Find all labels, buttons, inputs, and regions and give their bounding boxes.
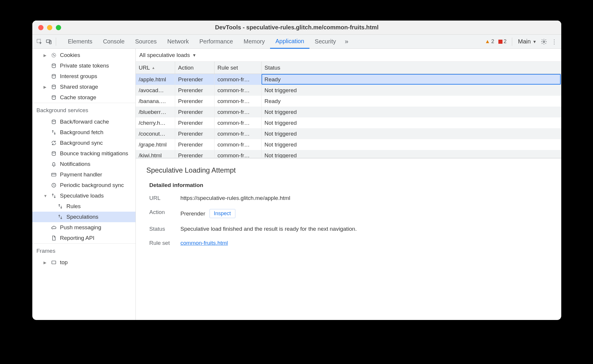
sidebar-item-top[interactable]: ▶top: [32, 257, 135, 268]
sidebar-item-label: Reporting API: [60, 235, 94, 241]
sidebar-item-label: Background sync: [60, 140, 103, 146]
sidebar-item-payment-handler[interactable]: Payment handler: [32, 169, 135, 180]
detail-status-value: Speculative load finished and the result…: [180, 226, 551, 232]
cell-action: Prerender: [175, 128, 215, 139]
svg-rect-13: [52, 173, 56, 176]
column-header-url[interactable]: URL▲: [136, 62, 175, 74]
sort-asc-icon: ▲: [152, 66, 155, 70]
tab-sources[interactable]: Sources: [130, 35, 162, 49]
sync-icon: [51, 140, 57, 146]
sidebar-item-background-fetch[interactable]: Background fetch: [32, 127, 135, 138]
sidebar-item-bounce-tracking-mitigations[interactable]: Bounce tracking mitigations: [32, 148, 135, 159]
sidebar-item-reporting-api[interactable]: Reporting API: [32, 233, 135, 243]
minimize-window-button[interactable]: [47, 25, 52, 30]
sidebar-item-push-messaging[interactable]: Push messaging: [32, 222, 135, 233]
table-row[interactable]: /grape.htmlPrerendercommon-fr…Not trigge…: [136, 139, 561, 150]
sidebar-group-frames: Frames: [32, 243, 135, 257]
sidebar-item-shared-storage[interactable]: ▶Shared storage: [32, 82, 135, 92]
sidebar-item-speculative-loads[interactable]: ▼Speculative loads: [32, 191, 135, 201]
detail-action-label: Action: [149, 209, 176, 218]
table-row[interactable]: /avocad…Prerendercommon-fr…Not triggered: [136, 85, 561, 96]
sidebar-item-label: Private state tokens: [60, 63, 109, 69]
sidebar-item-back-forward-cache[interactable]: Back/forward cache: [32, 117, 135, 127]
sidebar-item-label: Bounce tracking mitigations: [60, 150, 128, 157]
table-row[interactable]: /coconut…Prerendercommon-fr…Not triggere…: [136, 128, 561, 139]
cell-url: /avocad…: [136, 85, 175, 96]
cell-status: Not triggered: [262, 117, 561, 128]
sidebar-item-background-sync[interactable]: Background sync: [32, 138, 135, 148]
application-sidebar: ▶CookiesPrivate state tokensInterest gro…: [32, 49, 136, 320]
inspect-button[interactable]: Inspect: [210, 209, 235, 218]
sidebar-item-rules[interactable]: Rules: [32, 201, 135, 212]
sidebar-item-cache-storage[interactable]: Cache storage: [32, 92, 135, 103]
settings-gear-icon[interactable]: [541, 38, 549, 45]
tree-caret-icon: ▼: [43, 194, 48, 198]
detail-ruleset-link[interactable]: common-fruits.html: [180, 240, 228, 246]
top-toolbar: ElementsConsoleSourcesNetworkPerformance…: [32, 35, 561, 49]
svg-point-12: [52, 151, 56, 153]
tabs-overflow-icon[interactable]: »: [342, 38, 351, 46]
warnings-group[interactable]: ▲ 2 2: [485, 38, 507, 45]
svg-point-10: [52, 95, 56, 97]
detail-ruleset-label: Rule set: [149, 240, 176, 246]
tree-caret-icon: ▶: [43, 53, 48, 58]
sidebar-item-cookies[interactable]: ▶Cookies: [32, 50, 135, 60]
frame-icon: [51, 259, 57, 265]
cell-status: Not triggered: [262, 150, 561, 158]
cell-status: Ready: [262, 96, 561, 107]
db-icon: [51, 63, 57, 69]
tab-elements[interactable]: Elements: [63, 35, 98, 49]
target-context-selector[interactable]: Main ▼: [518, 38, 537, 45]
inspect-element-icon[interactable]: [35, 38, 43, 46]
cell-status: Not triggered: [262, 85, 561, 96]
warning-triangle-icon: ▲: [485, 38, 490, 45]
column-header-status[interactable]: Status: [262, 62, 561, 74]
cell-action: Prerender: [175, 139, 215, 150]
db-icon: [51, 95, 57, 100]
table-row[interactable]: /apple.htmlPrerendercommon-fr…Ready: [136, 74, 561, 85]
tab-network[interactable]: Network: [162, 35, 194, 49]
cell-status: Not triggered: [262, 128, 561, 139]
warnings-badge[interactable]: ▲ 2: [485, 38, 494, 45]
sidebar-item-label: Periodic background sync: [60, 182, 124, 188]
table-row[interactable]: /cherry.h…Prerendercommon-fr…Not trigger…: [136, 117, 561, 128]
zoom-window-button[interactable]: [56, 25, 61, 30]
tab-application[interactable]: Application: [270, 35, 309, 49]
tab-performance[interactable]: Performance: [194, 35, 239, 49]
devtools-window: DevTools - speculative-rules.glitch.me/c…: [32, 21, 561, 320]
cell-status: Not triggered: [262, 107, 561, 117]
cell-status: Ready: [262, 74, 561, 85]
table-row[interactable]: /banana.…Prerendercommon-fr…Ready: [136, 96, 561, 107]
sidebar-item-interest-groups[interactable]: Interest groups: [32, 71, 135, 82]
sidebar-item-notifications[interactable]: Notifications: [32, 159, 135, 169]
close-window-button[interactable]: [38, 25, 43, 30]
column-header-rule-set[interactable]: Rule set: [215, 62, 262, 74]
speculation-filter-select[interactable]: All speculative loads ▼: [136, 49, 561, 62]
column-header-action[interactable]: Action: [175, 62, 215, 74]
device-mode-icon[interactable]: [45, 38, 53, 46]
toolbar-divider: [512, 38, 512, 46]
sidebar-item-label: Speculations: [66, 214, 98, 220]
tree-caret-icon: ▶: [43, 85, 48, 89]
cell-ruleset: common-fr…: [215, 139, 262, 150]
tab-memory[interactable]: Memory: [238, 35, 270, 49]
cell-ruleset: common-fr…: [215, 128, 262, 139]
sidebar-item-speculations[interactable]: Speculations: [32, 212, 135, 222]
issues-badge[interactable]: 2: [498, 38, 507, 45]
cell-ruleset: common-fr…: [215, 107, 262, 117]
table-row[interactable]: /kiwi.htmlPrerendercommon-fr…Not trigger…: [136, 150, 561, 158]
kebab-menu-icon[interactable]: ⋮: [550, 38, 558, 45]
cell-url: /grape.html: [136, 139, 175, 150]
main-panel: All speculative loads ▼ URL▲ActionRule s…: [136, 49, 561, 320]
svg-point-9: [52, 85, 56, 86]
traffic-lights: [38, 25, 61, 30]
sidebar-item-periodic-background-sync[interactable]: Periodic background sync: [32, 180, 135, 191]
sidebar-item-label: top: [60, 259, 68, 266]
cell-url: /coconut…: [136, 128, 175, 139]
doc-icon: [51, 235, 57, 241]
tab-security[interactable]: Security: [309, 35, 341, 49]
table-row[interactable]: /blueberr…Prerendercommon-fr…Not trigger…: [136, 107, 561, 117]
cloud-icon: [51, 225, 57, 230]
tab-console[interactable]: Console: [98, 35, 130, 49]
sidebar-item-private-state-tokens[interactable]: Private state tokens: [32, 60, 135, 71]
